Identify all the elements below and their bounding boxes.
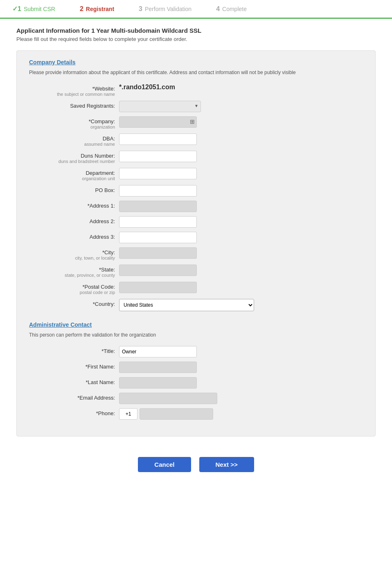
postal-input[interactable] — [119, 282, 197, 293]
next-button[interactable]: Next >> — [199, 457, 254, 472]
country-label: *Country: — [29, 301, 115, 307]
wizard-step-4: 4 Complete — [216, 5, 247, 13]
department-sublabel: organization unit — [29, 176, 115, 181]
email-label: *Email Address: — [29, 395, 115, 401]
phone-inputs — [119, 408, 363, 420]
postal-row: *Postal Code: postal code or zip — [29, 282, 363, 295]
postal-sublabel: postal code or zip — [29, 290, 115, 295]
title-input[interactable] — [119, 346, 197, 357]
page-title: Applicant Information for 1 Year Multi-s… — [16, 27, 376, 34]
admin-section-title: Administrative Contact — [29, 321, 363, 328]
website-row: *Website: the subject or common name *.r… — [29, 84, 363, 97]
page-subtitle: Please fill out the required fields belo… — [16, 36, 376, 42]
first-name-row: *First Name: — [29, 362, 363, 373]
duns-sublabel: duns and bradstreet number — [29, 159, 115, 164]
first-name-input[interactable] — [119, 362, 197, 373]
phone-number-input[interactable] — [140, 408, 213, 420]
city-sublabel: city, town, or locality — [29, 255, 115, 260]
address3-input[interactable] — [119, 232, 197, 243]
phone-code-input[interactable] — [119, 408, 137, 420]
state-label: *State: — [29, 267, 115, 273]
last-name-input[interactable] — [119, 377, 197, 389]
saved-registrants-select[interactable] — [119, 101, 201, 112]
website-label: *Website: — [29, 86, 115, 92]
address1-row: *Address 1: — [29, 201, 363, 212]
saved-registrants-wrapper[interactable] — [119, 101, 201, 112]
first-name-label: *First Name: — [29, 364, 115, 370]
city-row: *City: city, town, or locality — [29, 247, 363, 260]
dba-sublabel: assumed name — [29, 142, 115, 147]
dba-input[interactable] — [119, 133, 197, 145]
address2-row: Address 2: — [29, 216, 363, 228]
country-row: *Country: United States Canada United Ki… — [29, 299, 363, 311]
wizard-step-3: 3 Perform Validation — [139, 5, 191, 13]
address2-input[interactable] — [119, 216, 197, 228]
wizard-bar: ✓1 Submit CSR 2 Registrant 3 Perform Val… — [0, 0, 392, 19]
dba-row: DBA: assumed name — [29, 133, 363, 147]
po-box-input[interactable] — [119, 185, 197, 197]
company-section-desc: Please provide information about the app… — [29, 69, 363, 76]
admin-section-desc: This person can perform the validation f… — [29, 331, 363, 339]
address3-label: Address 3: — [29, 234, 115, 240]
phone-label: *Phone: — [29, 410, 115, 416]
wizard-step-2: 2 Registrant — [80, 5, 114, 13]
company-lookup-icon[interactable]: ⊞ — [190, 118, 195, 125]
website-sublabel: the subject or common name — [29, 92, 115, 97]
department-row: Department: organization unit — [29, 168, 363, 181]
po-box-label: PO Box: — [29, 187, 115, 193]
company-label: *Company: — [29, 118, 115, 124]
dba-label: DBA: — [29, 136, 115, 142]
duns-label: Duns Number: — [29, 153, 115, 159]
state-sublabel: state, province, or county — [29, 273, 115, 278]
email-row: *Email Address: — [29, 393, 363, 404]
email-input[interactable] — [119, 393, 217, 404]
title-label: *Title: — [29, 348, 115, 354]
button-row: Cancel Next >> — [16, 449, 376, 480]
address3-row: Address 3: — [29, 232, 363, 243]
company-row: *Company: organization ⊞ — [29, 116, 363, 129]
wizard-step-1: ✓1 Submit CSR — [12, 5, 55, 13]
po-box-row: PO Box: — [29, 185, 363, 197]
country-select[interactable]: United States Canada United Kingdom Aust… — [119, 299, 254, 311]
page-content: Applicant Information for 1 Year Multi-s… — [0, 19, 392, 488]
postal-label: *Postal Code: — [29, 284, 115, 290]
saved-registrants-label: Saved Registrants: — [29, 103, 115, 109]
title-row: *Title: — [29, 346, 363, 357]
cancel-button[interactable]: Cancel — [138, 457, 191, 472]
company-input[interactable] — [119, 116, 197, 128]
city-input[interactable] — [119, 247, 197, 259]
department-label: Department: — [29, 170, 115, 176]
address2-label: Address 2: — [29, 218, 115, 224]
admin-section: Administrative Contact This person can p… — [29, 321, 363, 420]
company-sublabel: organization — [29, 124, 115, 129]
duns-input[interactable] — [119, 151, 197, 162]
address1-label: *Address 1: — [29, 203, 115, 209]
department-input[interactable] — [119, 168, 197, 179]
company-section-title: Company Details — [29, 59, 363, 66]
address1-input[interactable] — [119, 201, 197, 212]
saved-registrants-row: Saved Registrants: — [29, 101, 363, 112]
phone-row: *Phone: — [29, 408, 363, 420]
duns-row: Duns Number: duns and bradstreet number — [29, 151, 363, 164]
website-value: *.rando12051.com — [119, 82, 175, 90]
city-label: *City: — [29, 249, 115, 255]
state-row: *State: state, province, or county — [29, 265, 363, 278]
last-name-row: *Last Name: — [29, 377, 363, 389]
state-input[interactable] — [119, 265, 197, 276]
form-card: Company Details Please provide informati… — [16, 50, 376, 436]
last-name-label: *Last Name: — [29, 379, 115, 385]
